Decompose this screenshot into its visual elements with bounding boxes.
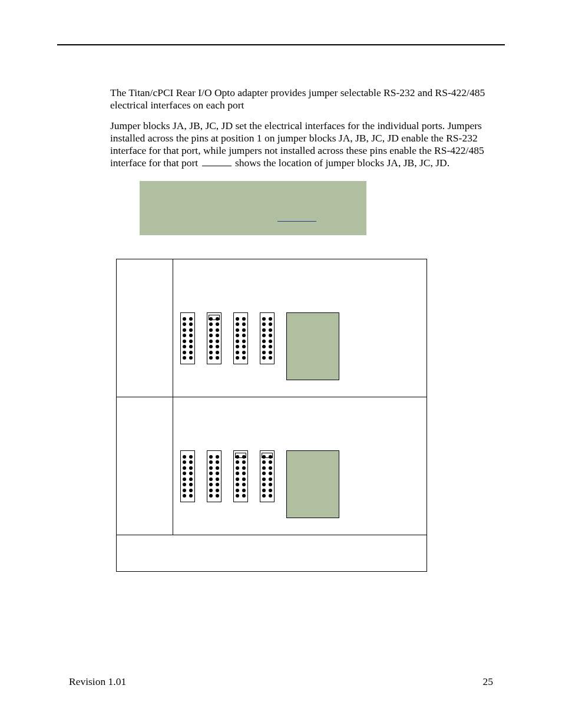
reference-box (286, 450, 339, 518)
pin-icon (262, 334, 266, 337)
pin-icon (209, 356, 213, 360)
jumper-block-ja (180, 312, 195, 364)
pin-row (262, 472, 272, 475)
paragraph-intro: The Titan/cPCI Rear I/O Opto adapter pro… (110, 87, 505, 111)
pin-icon (209, 489, 213, 492)
pin-icon (262, 477, 266, 481)
pin-row (183, 356, 193, 360)
pin-icon (189, 494, 193, 498)
pin-row (209, 472, 219, 475)
pin-icon (209, 328, 213, 332)
pin-icon (236, 494, 239, 498)
pin-row (262, 466, 272, 470)
pin-icon (269, 345, 272, 348)
pin-row (209, 460, 219, 464)
pin-icon (209, 340, 213, 343)
pin-icon (189, 483, 193, 486)
pin-row (183, 455, 193, 459)
pin-icon (242, 489, 246, 492)
pin-row (262, 351, 272, 354)
pin-icon (216, 334, 219, 337)
pin-row (236, 477, 246, 481)
pin-icon (242, 472, 246, 475)
pin-icon (183, 322, 186, 326)
pin-row (183, 340, 193, 343)
pin-row (262, 340, 272, 343)
pin-row (236, 494, 246, 498)
pin-row (262, 483, 272, 486)
pin-row (262, 489, 272, 492)
pin-icon (269, 483, 272, 486)
pin-icon (242, 483, 246, 486)
pin-icon (269, 472, 272, 475)
pin-icon (189, 472, 193, 475)
pin-icon (269, 351, 272, 354)
pin-icon (216, 489, 219, 492)
row-diagram-cell (173, 397, 427, 535)
pin-icon (242, 334, 246, 337)
pin-icon (242, 328, 246, 332)
pin-row (236, 356, 246, 360)
pin-icon (269, 489, 272, 492)
pin-icon (262, 455, 266, 459)
page-footer: Revision 1.01 25 (69, 676, 493, 688)
pin-row (236, 483, 246, 486)
pin-icon (183, 340, 186, 343)
pin-row (262, 455, 272, 459)
pin-icon (216, 466, 219, 470)
pin-row (236, 455, 246, 459)
pin-icon (189, 317, 193, 321)
pin-row (209, 483, 219, 486)
callout-box (140, 181, 366, 235)
pin-row (236, 328, 246, 332)
pin-icon (242, 460, 246, 464)
pin-row (262, 494, 272, 498)
jumper-block-jb (207, 450, 222, 502)
pin-row (262, 460, 272, 464)
pin-icon (209, 345, 213, 348)
pin-row (236, 317, 246, 321)
pin-icon (262, 328, 266, 332)
pin-icon (269, 460, 272, 464)
pin-icon (236, 345, 239, 348)
pin-icon (236, 477, 239, 481)
row-diagram-cell (173, 259, 427, 397)
pin-row (236, 472, 246, 475)
pin-icon (236, 455, 239, 459)
pin-icon (183, 483, 186, 486)
pin-icon (262, 483, 266, 486)
pin-icon (216, 345, 219, 348)
pin-icon (242, 351, 246, 354)
pin-row (236, 345, 246, 348)
table-row (117, 397, 427, 535)
pin-icon (189, 455, 193, 459)
pin-row (209, 328, 219, 332)
jumper-block-jb (207, 312, 222, 364)
pin-row (183, 489, 193, 492)
pin-row (209, 489, 219, 492)
pin-row (183, 317, 193, 321)
pin-icon (262, 466, 266, 470)
pin-icon (183, 477, 186, 481)
diagram-container (173, 259, 427, 397)
pin-row (262, 477, 272, 481)
pin-icon (236, 351, 239, 354)
pin-row (209, 340, 219, 343)
header-rule (57, 44, 505, 45)
pin-icon (189, 328, 193, 332)
table-row (117, 259, 427, 397)
pin-row (183, 477, 193, 481)
pin-icon (189, 322, 193, 326)
pin-row (262, 328, 272, 332)
pin-icon (269, 477, 272, 481)
pin-icon (216, 472, 219, 475)
pin-icon (236, 356, 239, 360)
pin-icon (262, 494, 266, 498)
pin-icon (269, 466, 272, 470)
pin-icon (189, 351, 193, 354)
diagram-container (173, 397, 427, 535)
pin-icon (242, 322, 246, 326)
pin-icon (183, 356, 186, 360)
pin-row (209, 466, 219, 470)
pin-row (183, 351, 193, 354)
